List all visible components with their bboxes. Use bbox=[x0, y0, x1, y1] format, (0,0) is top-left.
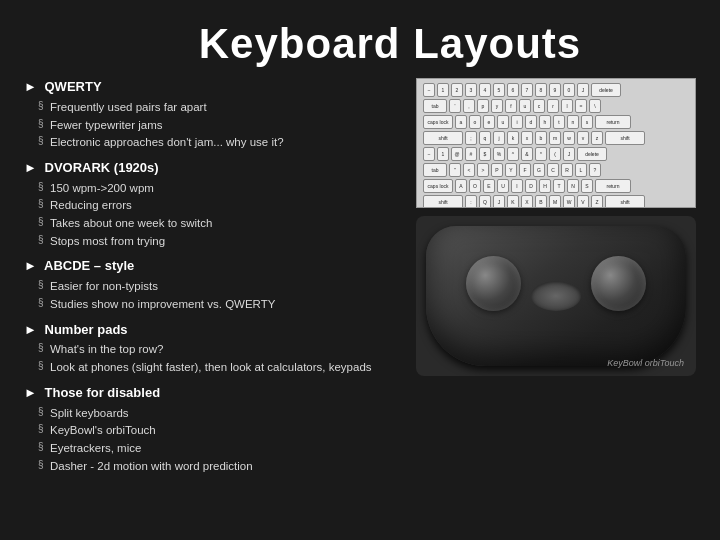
keyboard-image: ~ 1 2 3 4 5 6 7 8 9 0 J delete bbox=[416, 78, 696, 208]
kb-key: l bbox=[561, 99, 573, 113]
kb-key: a bbox=[455, 115, 467, 129]
kb-key: O bbox=[469, 179, 481, 193]
kb-key: I bbox=[511, 179, 523, 193]
kb-key: S bbox=[581, 179, 593, 193]
kb-key: e bbox=[483, 115, 495, 129]
kb-key: P bbox=[491, 163, 503, 177]
kb-key: 2 bbox=[451, 83, 463, 97]
kb-key: ~ bbox=[423, 83, 435, 97]
kb-key: 1 bbox=[437, 83, 449, 97]
kb-key-tab2: tab bbox=[423, 163, 447, 177]
kb-key: k bbox=[507, 131, 519, 145]
kb-key: 0 bbox=[563, 83, 575, 97]
kb-key: n bbox=[567, 115, 579, 129]
qwerty-bullets: Frequently used pairs far apart Fewer ty… bbox=[24, 99, 400, 151]
kb-key: Q bbox=[479, 195, 491, 208]
kb-key: j bbox=[493, 131, 505, 145]
list-item: Eyetrackers, mice bbox=[38, 440, 400, 457]
kb-key: > bbox=[477, 163, 489, 177]
list-item: 150 wpm->200 wpm bbox=[38, 180, 400, 197]
kb-row-1: ~ 1 2 3 4 5 6 7 8 9 0 J delete bbox=[423, 83, 689, 97]
ergonomic-body bbox=[426, 226, 686, 366]
kb-key: K bbox=[507, 195, 519, 208]
kb-key: m bbox=[549, 131, 561, 145]
trackball-left bbox=[466, 256, 521, 311]
kb-key: y bbox=[491, 99, 503, 113]
list-item: Electronic approaches don't jam... why u… bbox=[38, 134, 400, 151]
kb-key: 6 bbox=[507, 83, 519, 97]
section-qwerty: ► QWERTY Frequently used pairs far apart… bbox=[24, 78, 400, 151]
kb-key: \ bbox=[589, 99, 601, 113]
kb-key: u bbox=[497, 115, 509, 129]
slide-title: Keyboard Layouts bbox=[84, 20, 696, 68]
list-item: Frequently used pairs far apart bbox=[38, 99, 400, 116]
arrow-icon-abcde: ► bbox=[24, 258, 37, 273]
kb-key: o bbox=[469, 115, 481, 129]
section-abcde: ► ABCDE – style Easier for non-typists S… bbox=[24, 257, 400, 312]
section-header-disabled: ► Those for disabled bbox=[24, 384, 400, 403]
kb-key: D bbox=[525, 179, 537, 193]
kb-key: J bbox=[493, 195, 505, 208]
right-column: ~ 1 2 3 4 5 6 7 8 9 0 J delete bbox=[416, 78, 696, 482]
list-item: Studies show no improvement vs. QWERTY bbox=[38, 296, 400, 313]
kb-row-4: shift ; q j k x b m w v z shift bbox=[423, 131, 689, 145]
kb-key: @ bbox=[451, 147, 463, 161]
kb-container: ~ 1 2 3 4 5 6 7 8 9 0 J delete bbox=[417, 79, 695, 207]
kb-key: ^ bbox=[507, 147, 519, 161]
kb-key-shift-r: shift bbox=[605, 131, 645, 145]
ergonomic-label: KeyBowl orbiTouch bbox=[607, 358, 684, 368]
kb-key: # bbox=[465, 147, 477, 161]
kb-key: 9 bbox=[549, 83, 561, 97]
kb-key-tab: tab bbox=[423, 99, 447, 113]
left-column: ► QWERTY Frequently used pairs far apart… bbox=[24, 78, 400, 482]
arrow-icon-numberpads: ► bbox=[24, 322, 37, 337]
kb-key: t bbox=[553, 115, 565, 129]
kb-key: W bbox=[563, 195, 575, 208]
slide: Keyboard Layouts ► QWERTY Frequently use… bbox=[0, 0, 720, 540]
kb-row-7: caps lock A O E U I D H T N S return bbox=[423, 179, 689, 193]
kb-key: d bbox=[525, 115, 537, 129]
kb-key: v bbox=[577, 131, 589, 145]
kb-key: u bbox=[519, 99, 531, 113]
kb-key: Y bbox=[505, 163, 517, 177]
center-pad bbox=[531, 281, 581, 311]
kb-key-shift-l: shift bbox=[423, 131, 463, 145]
kb-key-shift-r2: shift bbox=[605, 195, 645, 208]
kb-key-capslock: caps lock bbox=[423, 115, 453, 129]
kb-key: r bbox=[547, 99, 559, 113]
kb-key: h bbox=[539, 115, 551, 129]
kb-key: B bbox=[535, 195, 547, 208]
list-item: Stops most from trying bbox=[38, 233, 400, 250]
kb-key-shift-l2: shift bbox=[423, 195, 463, 208]
kb-key: U bbox=[497, 179, 509, 193]
arrow-icon-disabled: ► bbox=[24, 385, 37, 400]
kb-key: & bbox=[521, 147, 533, 161]
list-item: Easier for non-typists bbox=[38, 278, 400, 295]
list-item: KeyBowl's orbiTouch bbox=[38, 422, 400, 439]
kb-key: ? bbox=[589, 163, 601, 177]
kb-key: 1 bbox=[437, 147, 449, 161]
trackball-right bbox=[591, 256, 646, 311]
kb-key: ~ bbox=[423, 147, 435, 161]
arrow-icon-dvorak: ► bbox=[24, 160, 37, 175]
kb-key: C bbox=[547, 163, 559, 177]
list-item: Look at phones (slight faster), then loo… bbox=[38, 359, 400, 376]
kb-key: ( bbox=[549, 147, 561, 161]
kb-key-capslock2: caps lock bbox=[423, 179, 453, 193]
kb-key: b bbox=[535, 131, 547, 145]
kb-key: 5 bbox=[493, 83, 505, 97]
kb-key: % bbox=[493, 147, 505, 161]
kb-key: = bbox=[575, 99, 587, 113]
kb-row-6: tab " < > P Y F G C R L ? bbox=[423, 163, 689, 177]
kb-key: T bbox=[553, 179, 565, 193]
list-item: What's in the top row? bbox=[38, 341, 400, 358]
section-disabled: ► Those for disabled Split keyboards Key… bbox=[24, 384, 400, 475]
kb-key: A bbox=[455, 179, 467, 193]
kb-key: x bbox=[521, 131, 533, 145]
kb-key: L bbox=[575, 163, 587, 177]
kb-key: F bbox=[519, 163, 531, 177]
kb-key: z bbox=[591, 131, 603, 145]
kb-key: ' bbox=[449, 99, 461, 113]
list-item: Dasher - 2d motion with word prediction bbox=[38, 458, 400, 475]
kb-key: s bbox=[581, 115, 593, 129]
